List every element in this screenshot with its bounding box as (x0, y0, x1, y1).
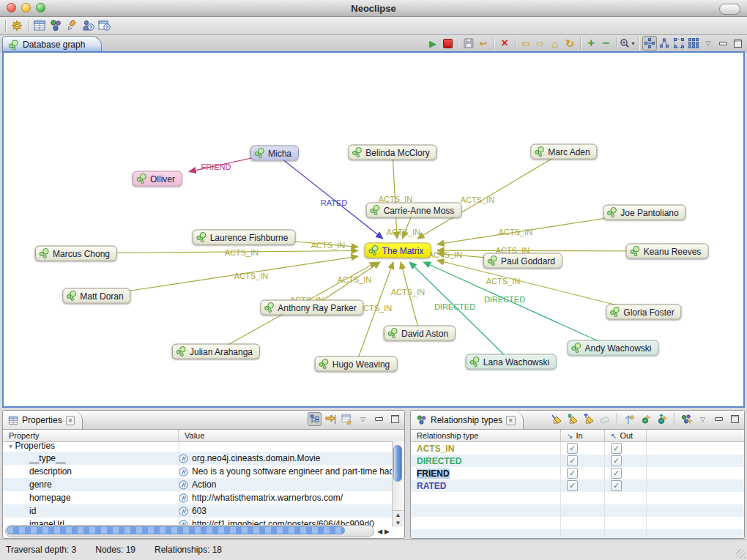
grid-layout-icon[interactable] (686, 36, 701, 51)
relationship-type-label[interactable]: DIRECTED (417, 456, 461, 466)
graph-node[interactable]: Micha (250, 146, 299, 161)
toolbar-toggle-pill[interactable] (719, 4, 740, 15)
graph-node[interactable]: Keanu Reeves (626, 244, 709, 259)
graph-node[interactable]: Olliver (133, 171, 182, 187)
graph-node[interactable]: Lana Wachowski (466, 354, 557, 370)
refresh-icon[interactable]: ↻ (562, 36, 577, 51)
preferences-gear-icon[interactable] (9, 18, 25, 34)
checkbox-checked[interactable]: ✓ (611, 455, 622, 466)
home-icon[interactable]: ⌂ (548, 36, 562, 51)
graph-node[interactable]: Laurence Fishburne (193, 230, 296, 245)
graph-node[interactable]: Andy Wachowski (568, 340, 659, 356)
edge-acts_in[interactable] (76, 251, 358, 254)
add-incoming-icon[interactable] (622, 412, 636, 426)
zoom-out-icon[interactable]: − (598, 36, 613, 51)
view-menu-chevron-icon[interactable]: ▽ (696, 412, 710, 426)
checkbox-checked[interactable]: ✓ (567, 468, 578, 479)
graph-node[interactable]: Hugo Weaving (315, 356, 398, 372)
graph-nodes-icon[interactable] (48, 18, 64, 34)
graph-node[interactable]: Joe Pantoliano (603, 205, 685, 220)
add-relationship-icon[interactable] (680, 412, 694, 426)
scroll-thumb[interactable] (7, 526, 345, 534)
minimize-view-icon[interactable] (712, 412, 726, 426)
tree-layout-icon[interactable] (657, 36, 672, 51)
column-header-in[interactable]: ↘In (561, 430, 605, 441)
close-window-button[interactable] (7, 3, 16, 12)
property-row[interactable]: id603 (3, 504, 404, 518)
resize-grip[interactable] (736, 549, 746, 559)
new-property-icon[interactable] (340, 412, 354, 426)
checkbox-checked[interactable]: ✓ (611, 443, 622, 454)
highlight-relationships-icon[interactable] (549, 412, 563, 426)
checkbox-checked[interactable]: ✓ (611, 468, 622, 479)
show-categories-icon[interactable] (308, 412, 322, 426)
zoom-level-dropdown[interactable]: ▼ (620, 36, 636, 51)
follow-selection-icon[interactable] (324, 412, 338, 426)
table-view-icon[interactable] (31, 18, 48, 34)
edge-acts_in[interactable] (97, 256, 358, 296)
zoom-window-button[interactable] (36, 3, 45, 12)
graph-node[interactable]: The Matrix (365, 243, 431, 258)
relationship-type-row[interactable]: FRIEND✓✓ (411, 467, 744, 479)
panel-sash[interactable] (405, 410, 410, 539)
maximize-view-icon[interactable] (388, 412, 402, 426)
graph-node[interactable]: Marcus Chong (35, 246, 117, 261)
scroll-thumb[interactable] (393, 445, 402, 482)
maximize-view-icon[interactable] (728, 412, 742, 426)
revert-icon[interactable]: ↩ (476, 36, 491, 51)
spring-layout-icon[interactable] (642, 36, 657, 51)
radial-layout-icon[interactable] (672, 36, 686, 51)
view-menu-chevron-icon[interactable]: ▽ (701, 36, 716, 51)
stop-icon[interactable] (440, 36, 455, 51)
relationship-type-row[interactable]: RATED✓✓ (411, 479, 744, 492)
graph-node[interactable]: Marc Aden (530, 144, 597, 160)
zoom-in-icon[interactable]: + (584, 36, 598, 51)
graph-node[interactable]: Paul Goddard (483, 253, 562, 269)
decorate-brush-icon[interactable] (64, 18, 80, 34)
relationship-type-label[interactable]: RATED (417, 481, 446, 491)
checkbox-checked[interactable]: ✓ (611, 480, 622, 491)
delete-icon[interactable]: × (497, 36, 512, 51)
checkbox-checked[interactable]: ✓ (567, 443, 578, 454)
graph-node[interactable]: Anthony Ray Parker (260, 300, 363, 316)
graph-node[interactable]: Gloria Foster (606, 305, 681, 320)
graph-node[interactable]: Matt Doran (62, 288, 130, 304)
graph-node[interactable]: Belinda McClory (348, 145, 436, 160)
start-traversal-icon[interactable]: ▶ (425, 36, 440, 51)
graph-node[interactable]: David Aston (384, 326, 456, 341)
highlight-start-nodes-icon[interactable] (565, 412, 579, 426)
edge-rated[interactable] (275, 153, 383, 239)
forward-icon[interactable]: ⇨ (533, 36, 548, 51)
tab-database-graph[interactable]: Database graph (2, 36, 102, 53)
help-contents-icon[interactable]: ? (80, 18, 96, 34)
properties-horizontal-scrollbar[interactable]: ◀▶ (5, 526, 392, 537)
close-icon[interactable]: × (506, 416, 515, 425)
column-header-relationship-type[interactable]: Relationship type (411, 430, 561, 441)
scroll-buttons[interactable]: ◀▶ (374, 528, 392, 535)
view-menu-chevron-icon[interactable]: ▽ (356, 412, 370, 426)
checkbox-checked[interactable]: ✓ (567, 455, 578, 466)
minimize-view-icon[interactable] (716, 36, 730, 51)
graph-node[interactable]: Julian Arahanga (172, 344, 260, 359)
scroll-buttons[interactable]: ▲▼ (393, 510, 404, 527)
column-header-property[interactable]: Property (3, 430, 179, 441)
property-row[interactable]: __type__org.neo4j.cineasts.domain.Movie (3, 452, 404, 465)
highlight-end-nodes-icon[interactable] (581, 412, 595, 426)
edge-acts_in[interactable] (401, 262, 420, 333)
relationship-type-row[interactable]: ACTS_IN✓✓ (411, 442, 744, 455)
save-icon[interactable] (461, 36, 476, 51)
close-icon[interactable]: × (66, 416, 75, 425)
properties-vertical-scrollbar[interactable]: ▲▼ (392, 441, 404, 527)
property-row[interactable]: descriptionNeo is a young software engin… (3, 465, 404, 478)
tab-relationship-types[interactable]: Relationship types × (411, 411, 524, 429)
database-graph-canvas[interactable]: FRIENDRATEDACTS_INACTS_INACTS_INACTS_INA… (2, 51, 745, 408)
cheat-sheet-help-icon[interactable]: ? (96, 18, 112, 34)
property-row[interactable]: homepagehttp://whatisthematrix.warnerbro… (3, 491, 404, 504)
property-row[interactable]: genreAction (3, 478, 404, 491)
relationship-type-label[interactable]: FRIEND (417, 468, 450, 479)
tab-properties[interactable]: Properties × (3, 411, 83, 429)
minimize-window-button[interactable] (21, 3, 31, 12)
checkbox-checked[interactable]: ✓ (567, 480, 578, 491)
add-outgoing-node-icon[interactable] (655, 412, 669, 426)
add-relationship-type-node-icon[interactable] (639, 412, 653, 426)
